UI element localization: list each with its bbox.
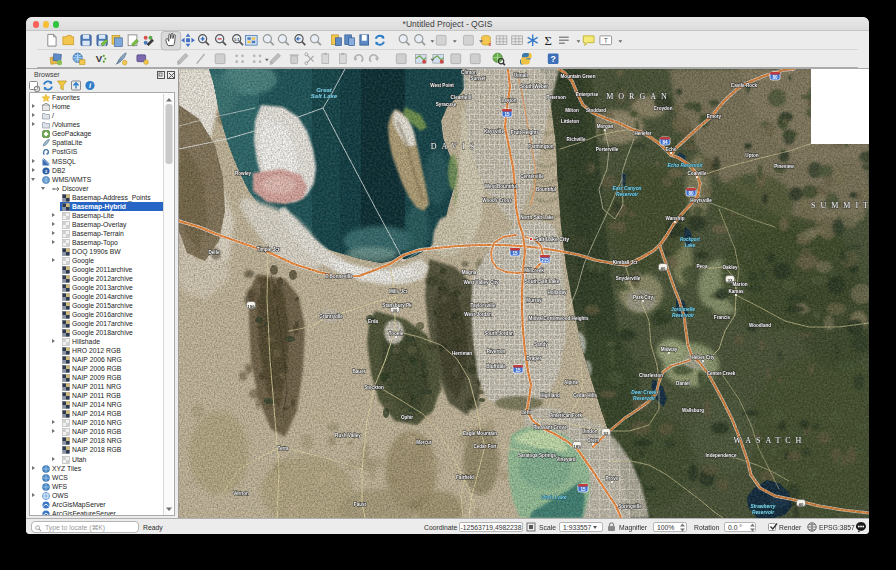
- svg-text:Oakley: Oakley: [722, 265, 738, 270]
- svg-text:?: ?: [550, 54, 555, 64]
- svg-text:Holladay: Holladay: [547, 290, 567, 295]
- svg-text:T: T: [604, 37, 608, 44]
- svg-text:Herriman: Herriman: [452, 351, 472, 356]
- svg-text:Coalville: Coalville: [688, 171, 707, 176]
- svg-text:Murray: Murray: [526, 298, 542, 303]
- svg-text:Alpine: Alpine: [564, 380, 578, 385]
- svg-text:Clinton: Clinton: [461, 70, 477, 75]
- svg-text:Peterson: Peterson: [546, 95, 566, 100]
- svg-text:15: 15: [504, 112, 510, 117]
- svg-text:Marion: Marion: [732, 282, 747, 287]
- svg-text:Heber City: Heber City: [692, 355, 715, 360]
- svg-text:Peoa: Peoa: [697, 264, 708, 269]
- svg-text:80: 80: [772, 75, 778, 80]
- svg-text:Snyderville: Snyderville: [616, 276, 641, 281]
- svg-text:Lindon: Lindon: [582, 429, 598, 434]
- svg-text:Tooele: Tooele: [389, 331, 404, 336]
- svg-text:Millcreek: Millcreek: [524, 268, 544, 273]
- svg-text:Eagle Mountain: Eagle Mountain: [463, 431, 497, 436]
- svg-text:15: 15: [580, 487, 586, 492]
- svg-text:Bauer: Bauer: [352, 369, 365, 374]
- svg-text:Lehi: Lehi: [521, 410, 530, 415]
- svg-text:MORGAN: MORGAN: [606, 92, 672, 101]
- svg-text:Salt Lake City: Salt Lake City: [535, 236, 569, 242]
- svg-text:Echo Reservoir: Echo Reservoir: [667, 163, 703, 168]
- svg-text:Sandy: Sandy: [534, 342, 548, 347]
- svg-text:Provo: Provo: [605, 476, 618, 481]
- svg-text:40: 40: [661, 266, 666, 271]
- svg-text:189: 189: [573, 444, 581, 449]
- svg-text:Reservoir: Reservoir: [633, 396, 656, 401]
- svg-text:Fairfield: Fairfield: [456, 475, 474, 480]
- svg-text:West Jordan: West Jordan: [464, 312, 492, 317]
- svg-text:Layton: Layton: [501, 98, 516, 103]
- svg-text:West Point: West Point: [430, 83, 454, 88]
- svg-text:15: 15: [512, 251, 518, 256]
- svg-text:Cedar Fort: Cedar Fort: [473, 444, 497, 449]
- svg-text:Vineyard: Vineyard: [556, 457, 576, 462]
- svg-text:1:1: 1:1: [234, 37, 240, 42]
- svg-text:92: 92: [604, 431, 609, 436]
- svg-text:Reservoir: Reservoir: [672, 313, 695, 318]
- svg-text:Hoytsville: Hoytsville: [690, 198, 712, 203]
- svg-text:Stansbury Pk: Stansbury Pk: [382, 303, 412, 308]
- svg-text:East Canyon: East Canyon: [612, 186, 641, 191]
- svg-text:Castle Rock: Castle Rock: [731, 83, 758, 88]
- svg-text:Grantsville: Grantsville: [319, 314, 343, 319]
- svg-text:Springville: Springville: [618, 504, 642, 509]
- svg-text:Bountiful: Bountiful: [536, 187, 556, 192]
- svg-text:Vernon: Vernon: [233, 491, 249, 496]
- svg-text:Woods Cross: Woods Cross: [482, 198, 512, 203]
- svg-text:Reservoir: Reservoir: [752, 510, 775, 515]
- svg-text:Center Creek: Center Creek: [707, 371, 736, 376]
- svg-text:Magna: Magna: [462, 270, 477, 275]
- svg-text:Stoddard: Stoddard: [586, 108, 606, 113]
- svg-text:215: 215: [541, 258, 549, 263]
- svg-text:Delle: Delle: [209, 250, 220, 255]
- svg-text:Morgan: Morgan: [597, 124, 614, 129]
- svg-text:Lake: Lake: [685, 243, 696, 248]
- svg-text:Wallsburg: Wallsburg: [682, 408, 704, 413]
- svg-text:15: 15: [515, 368, 521, 373]
- svg-text:Fruit Heights: Fruit Heights: [511, 130, 540, 135]
- svg-text:Pleasant Grove: Pleasant Grove: [533, 425, 567, 430]
- svg-text:Highland: Highland: [540, 393, 560, 398]
- svg-text:Richville: Richville: [567, 137, 586, 142]
- svg-text:V: V: [96, 53, 103, 64]
- svg-text:Croydon: Croydon: [654, 106, 673, 111]
- svg-text:West Bountiful: West Bountiful: [485, 184, 517, 189]
- svg-text:Porterville: Porterville: [596, 147, 619, 152]
- svg-text:Independence: Independence: [706, 453, 737, 458]
- svg-text:Utah Lake: Utah Lake: [541, 494, 567, 500]
- svg-text:South Jordan: South Jordan: [484, 331, 514, 336]
- svg-text:Σ: Σ: [545, 34, 552, 48]
- svg-text:Daniel: Daniel: [676, 381, 690, 386]
- svg-text:x: x: [488, 42, 491, 47]
- svg-text:Reservoir: Reservoir: [616, 192, 639, 197]
- svg-text:Kaysville: Kaysville: [484, 129, 504, 134]
- svg-text:36: 36: [393, 308, 398, 313]
- svg-text:Stockton: Stockton: [364, 385, 384, 390]
- svg-text:Francis: Francis: [714, 315, 731, 320]
- svg-text:Saratoga Springs: Saratoga Springs: [518, 453, 556, 458]
- svg-text:Uintah: Uintah: [514, 73, 528, 78]
- svg-text:Salt Lake: Salt Lake: [311, 93, 338, 99]
- svg-text:Cottonwood Heights: Cottonwood Heights: [544, 316, 589, 321]
- svg-text:Enterprise: Enterprise: [576, 92, 599, 97]
- svg-text:West Valley City: West Valley City: [463, 280, 499, 285]
- svg-text:Upton: Upton: [745, 153, 758, 158]
- svg-text:E Bonneville: E Bonneville: [325, 274, 353, 279]
- svg-text:80: 80: [688, 191, 694, 196]
- svg-text:Riverton: Riverton: [487, 349, 506, 354]
- svg-text:Erda: Erda: [368, 319, 379, 324]
- svg-text:Terra: Terra: [277, 446, 289, 451]
- svg-text:SUMMIT: SUMMIT: [811, 201, 869, 210]
- svg-text:South Salt Lake: South Salt Lake: [525, 279, 560, 284]
- svg-text:40: 40: [799, 502, 804, 507]
- svg-text:Faust: Faust: [354, 502, 367, 507]
- svg-text:Mercur: Mercur: [416, 440, 432, 445]
- svg-text:Rowley: Rowley: [235, 171, 252, 176]
- svg-text:Midway: Midway: [661, 347, 678, 352]
- svg-text:Bluffdale: Bluffdale: [486, 364, 506, 369]
- svg-text:WASATCH: WASATCH: [734, 436, 807, 445]
